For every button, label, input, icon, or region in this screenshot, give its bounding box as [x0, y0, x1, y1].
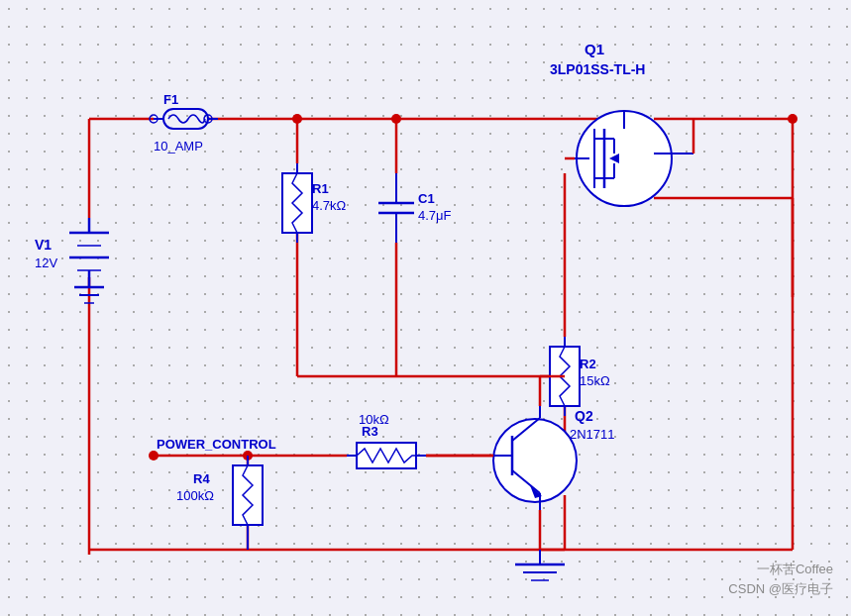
r1-label: R1	[312, 181, 329, 196]
power-control-label: POWER_CONTROL	[157, 437, 276, 452]
r2-label: R2	[580, 357, 596, 371]
svg-rect-53	[233, 465, 263, 525]
junction-top-R1	[292, 114, 302, 124]
r2-value: 15kΩ	[580, 373, 610, 388]
r3-value: 10kΩ	[359, 412, 389, 427]
q2-value: 2N1711	[570, 427, 615, 442]
c1-label: C1	[418, 191, 435, 206]
f1-label: F1	[163, 92, 178, 107]
r4-label: R4	[193, 471, 210, 486]
f1-value: 10_AMP	[154, 139, 203, 154]
junction-top-C1	[391, 114, 401, 124]
svg-rect-35	[163, 109, 208, 129]
junction-top-right	[788, 114, 798, 124]
svg-rect-40	[282, 173, 312, 233]
v1-label: V1	[35, 237, 52, 253]
c1-value: 4.7μF	[418, 208, 452, 223]
svg-rect-50	[357, 443, 416, 468]
r1-value: 4.7kΩ	[312, 198, 347, 213]
v1-value: 12V	[35, 256, 57, 270]
q1-value: 3LP01SS-TL-H	[550, 61, 645, 77]
q2-label: Q2	[575, 408, 593, 424]
watermark: 一杯苦Coffee CSDN @医疗电子	[728, 560, 833, 598]
q1-label: Q1	[585, 41, 604, 57]
r4-value: 100kΩ	[176, 488, 214, 503]
junction-POWER-left	[149, 451, 159, 461]
